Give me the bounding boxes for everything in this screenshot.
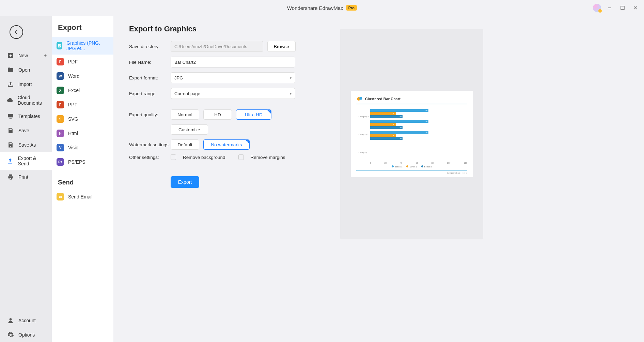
format-pdf[interactable]: PPDF [52, 55, 113, 69]
back-button[interactable] [10, 25, 23, 39]
format-html[interactable]: HHtml [52, 126, 113, 140]
chart-area: Category 3 Category 2 Category 1 9040509… [356, 108, 467, 161]
nav-print[interactable]: Print [0, 170, 52, 184]
save-dir-input [171, 41, 263, 52]
nav-print-label: Print [18, 174, 28, 180]
range-select[interactable]: Current page▾ [171, 88, 295, 99]
format-svg[interactable]: SSVG [52, 112, 113, 126]
browse-button[interactable]: Browse [267, 41, 296, 52]
export-heading: Export [52, 23, 113, 37]
export-sidebar: Export 🖼Graphics (PNG, JPG et... PPDF WW… [52, 16, 113, 342]
label-file-name: File Name: [129, 60, 171, 65]
preview-pane: Clustered Bar Chart Category 3 Category … [340, 29, 483, 239]
check-icon [267, 110, 271, 114]
main-content: Export to Graphics Save directory: Brows… [113, 16, 644, 342]
format-word[interactable]: WWord [52, 69, 113, 83]
format-excel[interactable]: XExcel [52, 83, 113, 98]
quality-ultra-hd[interactable]: Ultra HD [236, 109, 271, 120]
remove-bg-label: Remove background [183, 155, 225, 160]
format-svg-label: SVG [68, 116, 78, 122]
cloud-icon [7, 96, 14, 104]
nav-import[interactable]: Import [0, 77, 52, 91]
export-button[interactable]: Export [171, 176, 199, 188]
import-icon [7, 80, 14, 88]
range-select-value: Current page [174, 91, 200, 96]
format-html-label: Html [68, 131, 78, 136]
nav-account[interactable]: Account [0, 313, 52, 328]
nav-options-label: Options [18, 332, 35, 338]
chart-title: Clustered Bar Chart [365, 97, 400, 101]
plus-square-icon [7, 52, 14, 59]
templates-icon [7, 113, 14, 120]
chevron-down-icon: ▾ [290, 92, 292, 95]
nav-templates-label: Templates [18, 114, 40, 119]
format-visio-label: Visio [68, 145, 78, 150]
nav-export[interactable]: Export & Send [0, 152, 52, 170]
send-email[interactable]: ✉Send Email [52, 190, 113, 204]
nav-open[interactable]: Open [0, 63, 52, 77]
nav-new[interactable]: New ＋ [0, 48, 52, 63]
label-save-dir: Save directory: [129, 44, 171, 49]
html-icon: H [57, 130, 64, 137]
saveas-icon [7, 141, 14, 149]
pdf-icon: P [57, 58, 64, 65]
svg-rect-13 [10, 118, 12, 119]
mail-icon: ✉ [57, 193, 64, 200]
nav-saveas[interactable]: Save As [0, 138, 52, 152]
close-button[interactable] [631, 3, 640, 12]
check-icon [245, 140, 249, 144]
file-name-input[interactable] [171, 57, 295, 68]
format-excel-label: Excel [68, 88, 80, 93]
quality-customize[interactable]: Customize [171, 124, 208, 135]
titlebar: Wondershare EdrawMax Pro [0, 0, 644, 16]
image-icon: 🖼 [57, 42, 62, 49]
nav-account-label: Account [18, 318, 36, 323]
watermark-none[interactable]: No watermarks [203, 139, 250, 150]
minimize-button[interactable] [605, 3, 614, 12]
gears-icon [356, 95, 363, 102]
label-format: Export format: [129, 75, 171, 80]
svg-point-14 [10, 318, 12, 321]
svg-rect-12 [8, 114, 13, 117]
quality-normal[interactable]: Normal [171, 109, 199, 120]
export-icon [7, 157, 14, 165]
remove-margins-label: Remove margins [251, 155, 285, 160]
label-range: Export range: [129, 91, 171, 96]
format-ppt-label: PPT [68, 102, 77, 107]
watermark-default[interactable]: Default [171, 139, 199, 150]
word-icon: W [57, 72, 64, 80]
nav-saveas-label: Save As [18, 142, 36, 148]
nav-save-label: Save [18, 128, 29, 133]
format-select-value: JPG [174, 75, 183, 80]
save-icon [7, 127, 14, 134]
nav-cloud[interactable]: Cloud Documents [0, 91, 52, 109]
send-heading: Send [52, 169, 113, 190]
svg-point-16 [359, 97, 362, 100]
format-ppt[interactable]: PPPT [52, 98, 113, 112]
nav-templates[interactable]: Templates [0, 109, 52, 123]
format-select[interactable]: JPG▾ [171, 72, 295, 83]
quality-hd[interactable]: HD [203, 109, 232, 120]
nav-new-label: New [18, 53, 28, 58]
format-graphics[interactable]: 🖼Graphics (PNG, JPG et... [52, 37, 113, 55]
remove-bg-checkbox[interactable] [171, 154, 176, 160]
format-visio[interactable]: VVisio [52, 140, 113, 155]
pro-badge: Pro [346, 5, 357, 11]
ppt-icon: P [57, 101, 64, 108]
app-title: Wondershare EdrawMax [287, 5, 343, 11]
maximize-button[interactable] [618, 3, 627, 12]
nav-import-label: Import [18, 81, 32, 87]
chart-footer: Company/Date [447, 172, 460, 174]
excel-icon: X [57, 87, 64, 94]
user-avatar-icon[interactable] [593, 4, 601, 12]
nav-options[interactable]: Options [0, 328, 52, 342]
nav-cloud-label: Cloud Documents [18, 95, 47, 106]
chevron-down-icon: ▾ [290, 76, 292, 80]
export-form: Export to Graphics Save directory: Brows… [129, 25, 320, 333]
primary-sidebar: New ＋ Open Import Cloud Documents Templa… [0, 16, 52, 342]
format-pseps[interactable]: PsPS/EPS [52, 155, 113, 169]
nav-save[interactable]: Save [0, 123, 52, 138]
add-icon[interactable]: ＋ [43, 53, 48, 59]
remove-margins-checkbox[interactable] [238, 154, 244, 160]
visio-icon: V [57, 144, 64, 151]
